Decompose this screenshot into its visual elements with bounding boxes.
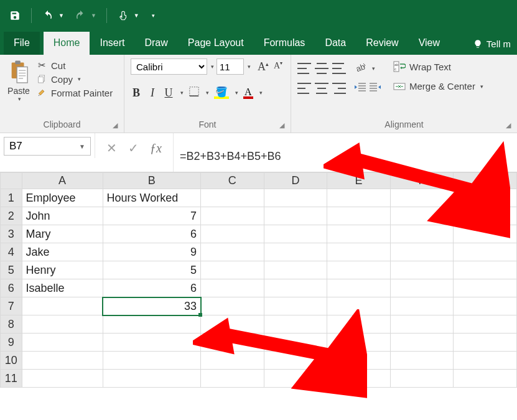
cell[interactable]	[103, 334, 200, 352]
cell[interactable]	[22, 297, 103, 315]
cell[interactable]	[390, 207, 454, 225]
col-header-A[interactable]: A	[22, 173, 103, 189]
cell[interactable]	[264, 225, 327, 243]
bold-button[interactable]: B	[131, 86, 142, 100]
orientation-dropdown-icon[interactable]: ▾	[372, 65, 375, 72]
tab-view[interactable]: View	[409, 32, 450, 55]
cell[interactable]	[264, 207, 327, 225]
col-header-F[interactable]: F	[390, 173, 454, 189]
increase-indent-button[interactable]	[370, 82, 381, 95]
cell[interactable]	[454, 352, 517, 370]
cell[interactable]: 9	[103, 243, 200, 261]
decrease-indent-button[interactable]	[355, 82, 366, 95]
font-color-button[interactable]: A	[243, 86, 253, 99]
cell[interactable]	[264, 243, 327, 261]
cell[interactable]	[327, 243, 391, 261]
cell[interactable]	[327, 315, 391, 334]
row-header[interactable]: 10	[1, 352, 22, 370]
row-header[interactable]: 7	[1, 297, 22, 315]
fill-dropdown-icon[interactable]: ▾	[235, 90, 238, 96]
cell[interactable]	[201, 315, 264, 334]
cell[interactable]	[327, 352, 391, 370]
cell[interactable]: 7	[103, 207, 200, 225]
font-color-dropdown-icon[interactable]: ▾	[259, 90, 263, 96]
italic-button[interactable]: I	[147, 86, 158, 100]
touch-dropdown-icon[interactable]: ▼	[134, 12, 139, 19]
cell[interactable]	[454, 370, 517, 388]
cut-button[interactable]: ✂ Cut	[36, 60, 113, 71]
redo-button[interactable]	[72, 7, 89, 24]
cell[interactable]	[454, 315, 517, 334]
touch-mode-button[interactable]	[114, 7, 132, 24]
cell[interactable]	[390, 334, 454, 352]
font-family-dropdown-icon[interactable]: ▾	[211, 63, 214, 70]
cell[interactable]	[454, 334, 517, 352]
wrap-text-button[interactable]: abc Wrap Text	[393, 61, 483, 72]
cell[interactable]	[264, 334, 327, 352]
fill-color-button[interactable]: 🪣	[214, 86, 229, 99]
name-box-dropdown-icon[interactable]: ▼	[79, 143, 85, 150]
save-button[interactable]	[6, 7, 24, 24]
col-header-D[interactable]: D	[264, 173, 327, 189]
cell[interactable]	[22, 334, 103, 352]
undo-button[interactable]	[39, 7, 57, 24]
orientation-button[interactable]: ab	[355, 61, 367, 76]
cell[interactable]	[264, 315, 327, 334]
row-header[interactable]: 9	[1, 334, 22, 352]
tab-review[interactable]: Review	[356, 32, 408, 55]
undo-dropdown-icon[interactable]: ▼	[58, 12, 64, 19]
cell[interactable]	[201, 225, 264, 243]
underline-dropdown-icon[interactable]: ▾	[180, 90, 184, 96]
tab-home[interactable]: Home	[44, 32, 90, 55]
paste-button[interactable]: Paste ▾	[6, 58, 31, 118]
merge-center-button[interactable]: Merge & Center ▾	[393, 81, 483, 91]
cell[interactable]	[454, 207, 517, 225]
font-launcher-icon[interactable]: ◢	[279, 121, 284, 129]
copy-dropdown-icon[interactable]: ▾	[78, 76, 81, 82]
row-header[interactable]: 5	[1, 261, 22, 279]
align-top-button[interactable]	[297, 63, 311, 74]
cell[interactable]	[390, 279, 454, 297]
cell[interactable]	[264, 370, 327, 388]
cell[interactable]	[264, 297, 327, 315]
cell[interactable]	[390, 225, 454, 243]
cell[interactable]	[22, 315, 103, 334]
font-size-input[interactable]	[217, 58, 244, 75]
cell[interactable]	[327, 334, 391, 352]
cell[interactable]: 6	[103, 225, 200, 243]
cell[interactable]	[264, 189, 327, 207]
cell[interactable]	[201, 243, 264, 261]
cell[interactable]	[454, 243, 517, 261]
row-header[interactable]: 8	[1, 315, 22, 334]
col-header-B[interactable]: B	[103, 173, 200, 189]
borders-dropdown-icon[interactable]: ▾	[206, 90, 209, 96]
cell[interactable]	[201, 207, 264, 225]
redo-dropdown-icon[interactable]: ▼	[91, 12, 96, 19]
cell[interactable]	[103, 315, 200, 334]
insert-function-button[interactable]: ƒx	[150, 141, 162, 156]
cell[interactable]: Jake	[22, 243, 103, 261]
tab-page-layout[interactable]: Page Layout	[178, 32, 254, 55]
cell[interactable]	[454, 261, 517, 279]
cell[interactable]: Mary	[22, 225, 103, 243]
cell[interactable]	[22, 370, 103, 388]
row-header[interactable]: 2	[1, 207, 22, 225]
cell[interactable]: Henry	[22, 261, 103, 279]
select-all-corner[interactable]	[1, 173, 22, 189]
cell[interactable]	[201, 261, 264, 279]
cell[interactable]: 33	[103, 297, 200, 315]
align-middle-button[interactable]	[315, 63, 328, 74]
copy-button[interactable]: Copy ▾	[36, 73, 113, 85]
cell[interactable]	[201, 334, 264, 352]
align-right-button[interactable]	[332, 83, 346, 94]
cell[interactable]	[390, 261, 454, 279]
row-header[interactable]: 4	[1, 243, 22, 261]
tab-insert[interactable]: Insert	[90, 32, 134, 55]
format-painter-button[interactable]: Format Painter	[36, 87, 113, 98]
font-size-dropdown-icon[interactable]: ▾	[248, 63, 251, 70]
cell[interactable]: Employee	[22, 189, 103, 207]
row-header[interactable]: 3	[1, 225, 22, 243]
underline-button[interactable]: U	[163, 86, 174, 100]
paste-dropdown-icon[interactable]: ▾	[18, 96, 21, 102]
clipboard-launcher-icon[interactable]: ◢	[113, 121, 118, 129]
